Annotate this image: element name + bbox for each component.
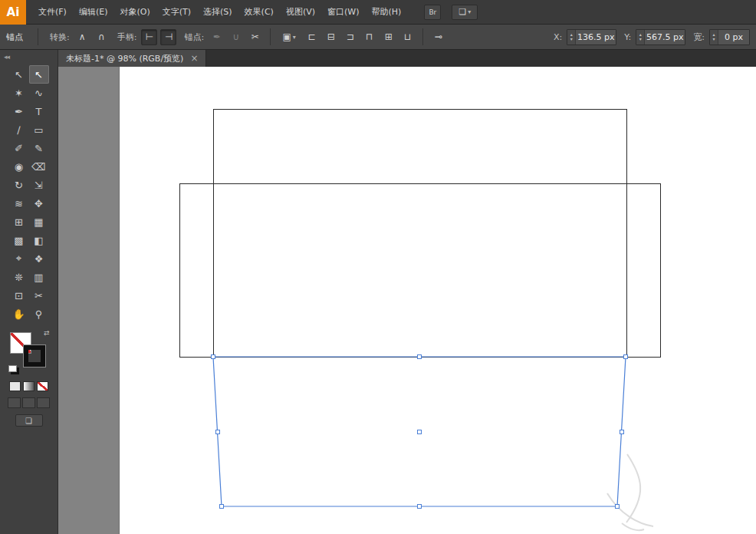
align-bottom-button[interactable]: ⊔ [399, 29, 416, 45]
eyedropper-tool[interactable]: ⌖ [9, 249, 29, 268]
scale-tool[interactable]: ⇲ [29, 176, 49, 194]
connect-endpoints-button[interactable]: ∪ [228, 29, 244, 45]
anchor-point[interactable] [418, 505, 422, 509]
cut-path-button[interactable]: ✂ [247, 29, 263, 45]
anchor-point[interactable] [624, 355, 628, 359]
watermark-graphic [626, 454, 640, 522]
gradient-button[interactable] [23, 381, 35, 391]
center-point[interactable] [418, 430, 422, 434]
default-fill-stroke-icon[interactable] [8, 365, 17, 372]
anchor-point[interactable] [616, 505, 620, 509]
remove-anchor-button[interactable]: ✒ [209, 29, 225, 45]
rotate-tool[interactable]: ↻ [9, 176, 29, 194]
control-bar: 锚点 转换: ∧ ∩ 手柄: ⊢ ⊣ 锚点: ✒ ∪ ✂ ▣ ▾ ⊏ ⊟ ⊐ ⊓… [0, 25, 756, 50]
symbol-sprayer-tool[interactable]: ❊ [9, 268, 29, 286]
pen-tool[interactable]: ✒ [9, 102, 29, 120]
blend-tool[interactable]: ❖ [29, 249, 49, 268]
menu-bar: Ai 文件(F)编辑(E)对象(O)文字(T)选择(S)效果(C)视图(V)窗口… [0, 0, 756, 25]
width-stepper[interactable]: ▴ ▾ [710, 30, 718, 44]
stepper-down-icon: ▾ [639, 37, 642, 41]
anchor-point[interactable] [212, 355, 215, 359]
draw-normal-button[interactable] [8, 397, 21, 408]
anchor-point[interactable] [620, 430, 624, 434]
menu-item-4[interactable]: 选择(S) [197, 0, 238, 24]
width-tool[interactable]: ≋ [9, 194, 29, 213]
illustrator-window: Ai 文件(F)编辑(E)对象(O)文字(T)选择(S)效果(C)视图(V)窗口… [0, 0, 756, 534]
anchor-point[interactable] [418, 355, 422, 359]
tool-grid: ↖↖✶∿✒T∕▭✐✎◉⌫↻⇲≋✥⊞▦▩◧⌖❖❊▥⊡✂✋⚲ [9, 65, 49, 323]
x-stepper[interactable]: ▴ ▾ [567, 30, 576, 44]
slice-tool[interactable]: ✂ [29, 286, 49, 305]
width-input[interactable] [718, 32, 749, 42]
path-rectangle-2[interactable] [180, 184, 661, 358]
tab-bar: 未标题-1* @ 98% (RGB/预览) × [58, 50, 756, 67]
convert-label: 转换: [50, 31, 70, 43]
isolate-button[interactable]: ▣ ▾ [278, 29, 301, 45]
mesh-tool[interactable]: ▩ [9, 231, 29, 249]
watermark-graphic [607, 493, 653, 526]
lasso-tool[interactable]: ∿ [29, 84, 49, 102]
paint-buttons [9, 381, 48, 391]
arrange-documents-button[interactable]: ❏ ▾ [452, 5, 478, 20]
path-rectangle-1[interactable] [214, 110, 627, 358]
y-label: Y: [624, 32, 631, 42]
selection-tool[interactable]: ↖ [9, 65, 29, 84]
type-tool[interactable]: T [29, 102, 49, 120]
direct-selection-tool[interactable]: ↖ [29, 65, 49, 84]
align-vmiddle-button[interactable]: ⊞ [380, 29, 396, 45]
menu-item-1[interactable]: 编辑(E) [73, 0, 114, 24]
align-right-button[interactable]: ⊐ [342, 29, 358, 45]
bridge-button[interactable]: Br [424, 5, 441, 20]
artboard-tool[interactable]: ⊡ [9, 286, 29, 305]
eraser-tool[interactable]: ⌫ [29, 157, 49, 176]
menu-item-7[interactable]: 窗口(W) [321, 0, 365, 24]
anchor-point[interactable] [216, 430, 220, 434]
stroke-swatch[interactable] [24, 345, 45, 367]
tab-close-icon[interactable]: × [190, 53, 198, 64]
shape-builder-tool[interactable]: ⊞ [9, 213, 29, 231]
canvas-area[interactable] [58, 67, 756, 534]
hide-handles-button[interactable]: ⊣ [160, 29, 176, 45]
menu-item-2[interactable]: 对象(O) [113, 0, 156, 24]
draw-behind-button[interactable] [22, 397, 35, 408]
align-hcenter-button[interactable]: ⊟ [323, 29, 339, 45]
divider [270, 28, 271, 45]
hand-tool[interactable]: ✋ [9, 305, 29, 323]
none-button[interactable] [37, 381, 48, 391]
draw-inside-button[interactable] [37, 397, 50, 408]
magic-wand-tool[interactable]: ✶ [9, 84, 29, 102]
column-graph-tool[interactable]: ▥ [29, 268, 49, 286]
change-screen-mode-button[interactable]: ❏ [15, 414, 43, 427]
zoom-tool[interactable]: ⚲ [29, 305, 49, 323]
align-left-button[interactable]: ⊏ [304, 29, 320, 45]
distribute-button[interactable]: ⊸ [430, 29, 446, 45]
menu-item-5[interactable]: 效果(C) [238, 0, 280, 24]
anchors-label: 锚点: [184, 31, 204, 43]
blob-brush-tool[interactable]: ◉ [9, 157, 29, 176]
x-input[interactable] [576, 32, 616, 42]
y-stepper[interactable]: ▴ ▾ [636, 30, 645, 44]
panel-collapse-icon[interactable]: ◂◂ [0, 50, 58, 64]
paintbrush-tool[interactable]: ✐ [9, 139, 29, 157]
rectangle-tool[interactable]: ▭ [29, 120, 49, 139]
line-tool[interactable]: ∕ [9, 120, 29, 139]
convert-to-corner-button[interactable]: ∧ [74, 29, 90, 45]
anchor-point[interactable] [220, 505, 224, 509]
show-handles-button[interactable]: ⊢ [141, 29, 157, 45]
perspective-grid-tool[interactable]: ▦ [29, 213, 49, 231]
menu-item-6[interactable]: 视图(V) [280, 0, 321, 24]
stepper-down-icon: ▾ [712, 37, 715, 41]
color-button[interactable] [9, 381, 21, 391]
menu-item-3[interactable]: 文字(T) [156, 0, 197, 24]
menu-item-0[interactable]: 文件(F) [32, 0, 73, 24]
document-tab[interactable]: 未标题-1* @ 98% (RGB/预览) × [58, 50, 206, 67]
menu-item-8[interactable]: 帮助(H) [365, 0, 407, 24]
convert-to-smooth-button[interactable]: ∩ [94, 29, 110, 45]
align-top-button[interactable]: ⊓ [361, 29, 377, 45]
swap-fill-stroke-icon[interactable]: ⇄ [44, 329, 50, 337]
y-input[interactable] [645, 32, 685, 42]
gradient-tool[interactable]: ◧ [29, 231, 49, 249]
menubar-right: Br ❏ ▾ [424, 5, 478, 20]
pencil-tool[interactable]: ✎ [29, 139, 49, 157]
free-transform-tool[interactable]: ✥ [29, 194, 49, 213]
